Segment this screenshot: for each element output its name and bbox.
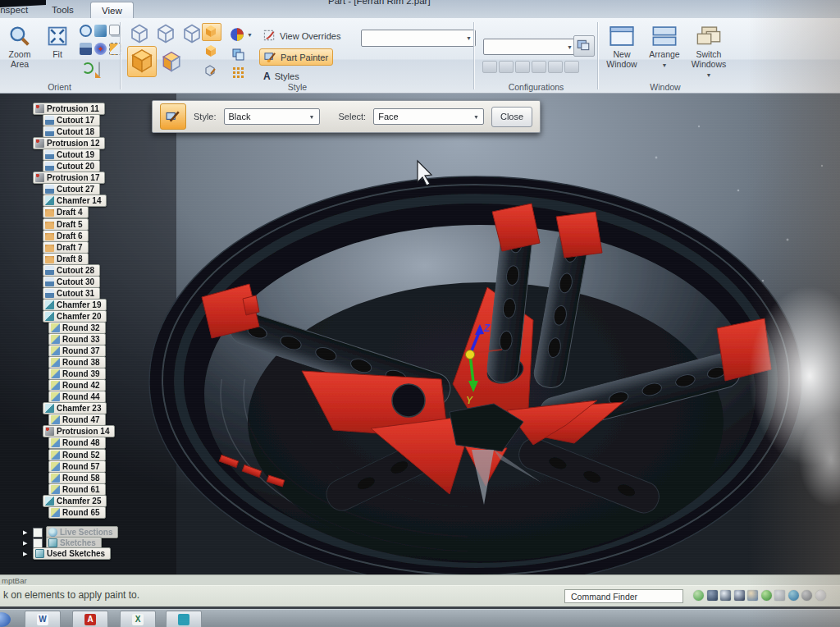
close-button[interactable]: Close [491, 107, 532, 127]
tree-item-protrusion-14[interactable]: Protrusion 14 [43, 425, 115, 437]
cutout-icon [45, 277, 54, 286]
tree-item-round-38[interactable]: Round 38 [48, 356, 106, 368]
solid-edge-window: Z Y Inspect Tools View Part - [Ferrari R… [0, 0, 840, 627]
protrusion-icon [35, 139, 44, 148]
tree-item-chamfer-23[interactable]: Chamfer 23 [43, 402, 107, 414]
part-painter-command-bar: Style: Black▼ Select: Face▼ Close [152, 100, 541, 133]
tree-item-cutout-30[interactable]: Cutout 30 [43, 276, 100, 288]
round-icon [51, 415, 60, 424]
tree-item-round-58[interactable]: Round 58 [48, 472, 106, 484]
cutout-icon [45, 127, 54, 136]
visibility-checkbox[interactable] [33, 538, 43, 548]
draft-icon [45, 243, 54, 252]
tree-item-cutout-17[interactable]: Cutout 17 [43, 114, 100, 126]
expand-arrow-icon[interactable]: ▶ [23, 529, 30, 536]
draft-icon [45, 231, 54, 240]
expand-arrow-icon[interactable]: ▶ [23, 551, 30, 557]
expand-arrow-icon[interactable]: ▶ [23, 540, 30, 547]
round-icon [51, 485, 60, 494]
used-sketches-icon [35, 549, 44, 558]
tree-item-chamfer-20[interactable]: Chamfer 20 [43, 310, 107, 323]
tree-item-cutout-18[interactable]: Cutout 18 [43, 126, 100, 138]
visibility-checkbox[interactable] [33, 528, 43, 538]
sketches-icon [48, 538, 57, 547]
cutout-icon [45, 185, 54, 194]
tree-item-draft-6[interactable]: Draft 6 [43, 230, 89, 242]
round-icon [51, 323, 60, 332]
tree-item-protrusion-11[interactable]: Protrusion 11 [33, 103, 105, 115]
part-painter-bar-button[interactable] [160, 103, 186, 130]
tree-item-round-61[interactable]: Round 61 [48, 483, 106, 496]
style-label: Style: [194, 112, 217, 121]
round-icon [51, 335, 60, 344]
tree-item-round-48[interactable]: Round 48 [48, 437, 106, 449]
protrusion-icon [35, 173, 44, 182]
round-icon [51, 462, 60, 471]
tree-item-used-sketches[interactable]: ▶Used Sketches [23, 548, 111, 559]
round-icon [51, 369, 60, 378]
cutout-icon [45, 162, 54, 171]
protrusion-icon [45, 427, 54, 436]
select-dropdown[interactable]: Face▼ [373, 108, 484, 125]
part-painter-icon [166, 109, 180, 124]
tree-item-cutout-19[interactable]: Cutout 19 [43, 149, 100, 161]
draft-icon [45, 208, 54, 217]
round-icon [51, 358, 60, 367]
tree-item-round-39[interactable]: Round 39 [48, 368, 106, 380]
tree-item-chamfer-25[interactable]: Chamfer 25 [43, 495, 107, 507]
tree-item-round-47[interactable]: Round 47 [48, 414, 106, 426]
chamfer-icon [45, 300, 54, 309]
tree-item-chamfer-14[interactable]: Chamfer 14 [43, 195, 107, 207]
tree-item-round-44[interactable]: Round 44 [48, 391, 106, 403]
round-icon [51, 508, 60, 517]
round-icon [51, 381, 60, 390]
round-icon [51, 346, 60, 355]
round-icon [51, 474, 60, 483]
round-icon [51, 392, 60, 401]
draft-icon [45, 220, 54, 229]
tree-item-round-42[interactable]: Round 42 [48, 379, 106, 391]
cutout-icon [45, 150, 54, 159]
tree-item-round-37[interactable]: Round 37 [48, 345, 106, 357]
cutout-icon [45, 116, 54, 125]
tree-item-chamfer-19[interactable]: Chamfer 19 [43, 299, 107, 311]
chamfer-icon [45, 312, 54, 321]
chamfer-icon [45, 404, 54, 413]
protrusion-icon [35, 104, 44, 113]
round-icon [51, 438, 60, 447]
round-icon [51, 451, 60, 460]
tree-item-cutout-28[interactable]: Cutout 28 [43, 264, 100, 277]
tree-item-round-57[interactable]: Round 57 [48, 460, 106, 473]
tree-item-protrusion-12[interactable]: Protrusion 12 [33, 137, 105, 149]
tree-item-draft-7[interactable]: Draft 7 [43, 241, 89, 254]
tree-item-draft-8[interactable]: Draft 8 [43, 253, 89, 265]
tree-item-round-65[interactable]: Round 65 [48, 506, 106, 519]
live-sections-icon [48, 528, 57, 537]
tree-item-protrusion-17[interactable]: Protrusion 17 [33, 172, 105, 184]
chamfer-icon [45, 196, 54, 205]
tree-item-cutout-20[interactable]: Cutout 20 [43, 160, 100, 172]
style-dropdown[interactable]: Black▼ [224, 108, 320, 125]
tree-item-cutout-27[interactable]: Cutout 27 [43, 183, 100, 195]
cutout-icon [45, 289, 54, 298]
tree-item-cutout-31[interactable]: Cutout 31 [43, 287, 100, 300]
select-label: Select: [339, 112, 367, 121]
tree-item-round-32[interactable]: Round 32 [48, 322, 106, 334]
tree-item-draft-4[interactable]: Draft 4 [43, 206, 89, 218]
tree-item-round-33[interactable]: Round 33 [48, 333, 106, 346]
tree-item-draft-5[interactable]: Draft 5 [43, 218, 89, 231]
draft-icon [45, 254, 54, 263]
tree-item-round-52[interactable]: Round 52 [48, 449, 106, 461]
chamfer-icon [45, 497, 54, 506]
feature-tree: Protrusion 11Cutout 17Cutout 18Protrusio… [0, 0, 840, 627]
cutout-icon [45, 266, 54, 275]
